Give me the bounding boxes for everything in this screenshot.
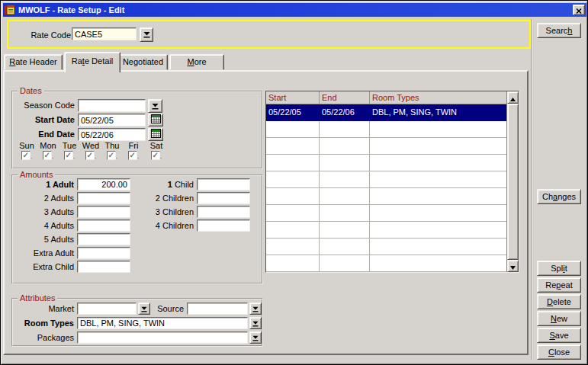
start-date-calendar-button[interactable] [148,114,163,126]
day-checkbox-sat[interactable]: ✓ [151,151,160,160]
amount-1-child-input[interactable] [197,178,250,191]
grid-empty-row[interactable] [266,222,519,239]
scroll-down-button[interactable] [507,260,519,272]
day-checkbox-wed[interactable]: ✓ [85,151,95,160]
amount-3-adults-input[interactable] [77,206,130,218]
new-button[interactable]: New [537,311,581,326]
start-date-input[interactable] [78,114,146,126]
amount-5-adults-input[interactable] [77,233,130,245]
scroll-up-icon [510,92,516,104]
day-checkbox-sun[interactable]: ✓ [21,151,31,160]
amount-2-children-input[interactable] [197,192,250,204]
grid-empty-row[interactable] [266,138,519,155]
repeat-button[interactable]: Repeat [537,277,581,293]
grid-empty-row[interactable] [266,255,519,272]
amounts-group-label: Amounts [18,170,55,179]
market-input[interactable] [77,303,137,315]
amount-extra-adult-label: Extra Adult [13,248,74,258]
rate-code-lov-button[interactable] [140,27,153,42]
amount-4-adults-label: 4 Adults [13,221,74,230]
amount-1-adult-input[interactable] [77,178,130,191]
grid-empty-row[interactable] [266,188,519,205]
amount-5-adults-label: 5 Adults [13,235,74,244]
day-checkbox-tue[interactable]: ✓ [64,151,73,160]
grid-empty-row[interactable] [266,205,519,222]
amount-extra-child-input[interactable] [77,261,130,273]
amount-3-children-label: 3 Children [129,207,194,216]
lov-arrow-icon [252,318,259,329]
lov-arrow-icon [143,29,150,40]
dates-group: Dates Season Code Start Date End Date Su… [11,91,263,169]
scroll-up-button[interactable] [507,91,519,104]
rate-setup-window: MWOLF - Rate Setup - Edit Rate Code Rate… [0,0,588,365]
packages-input[interactable] [77,331,248,344]
day-checkbox-thu[interactable]: ✓ [107,151,116,160]
source-input[interactable] [187,303,248,315]
day-mon: Mon ✓. [37,141,59,160]
attributes-group-label: Attributes [18,293,57,303]
delete-button[interactable]: Delete [537,294,581,309]
split-button[interactable]: Split [537,261,581,276]
tab-rate-detail[interactable]: Rate Detail [64,52,120,72]
lov-arrow-icon [252,303,259,315]
grid-empty-row[interactable] [266,171,519,188]
save-button[interactable]: Save [537,328,581,343]
calendar-icon [151,129,161,140]
room-types-lov-button[interactable] [249,317,262,329]
rate-code-input[interactable] [72,27,137,40]
day-wed: Wed ✓. [80,141,101,160]
end-date-input[interactable] [78,128,146,141]
amount-2-children-label: 2 Children [129,194,194,203]
rate-periods-grid: Start End Room Types 05/22/05 05/22/06 D… [265,91,519,273]
amount-2-adults-label: 2 Adults [13,194,74,203]
season-code-label: Season Code [13,101,75,110]
amount-4-adults-input[interactable] [77,219,130,232]
amount-extra-adult-input[interactable] [77,247,130,259]
changes-button[interactable]: Changes [537,189,581,204]
tab-rate-header[interactable]: Rate Header [4,54,63,70]
rate-code-label: Rate Code [24,30,71,40]
close-window-button[interactable]: Close [537,344,581,360]
amount-4-children-input[interactable] [197,219,250,232]
grid-header-room-types: Room Types [370,91,507,104]
day-checkbox-fri[interactable]: ✓ [128,151,137,160]
packages-label: Packages [13,333,74,342]
amounts-group: Amounts 1 Adult 2 Adults 3 Adults 4 Adul… [11,174,263,284]
season-code-input[interactable] [78,99,146,112]
amount-4-children-label: 4 Children [129,221,194,230]
day-thu: Thu ✓. [101,141,123,160]
day-sat: Sat ✓. [146,141,167,160]
amount-3-adults-label: 3 Adults [13,207,74,216]
source-label: Source [153,304,184,313]
lov-arrow-icon [152,101,159,112]
day-fri: Fri ✓. [123,141,144,160]
tab-more[interactable]: More [169,54,224,70]
window-title: MWOLF - Rate Setup - Edit [18,5,124,14]
room-types-input[interactable] [77,317,248,329]
title-bar: MWOLF - Rate Setup - Edit [3,3,586,17]
scrollbar-thumb[interactable] [507,104,519,260]
grid-row-selected[interactable]: 05/22/05 05/22/06 DBL, PM, SING, TWIN [266,104,519,121]
market-lov-button[interactable] [138,303,150,315]
room-types-label: Room Types [13,319,74,328]
scroll-down-icon [510,261,516,272]
amount-2-adults-input[interactable] [77,192,130,204]
close-button[interactable] [573,5,585,15]
tab-negotiated[interactable]: Negotiated [118,54,168,70]
grid-empty-row[interactable] [266,121,519,138]
grid-empty-row[interactable] [266,239,519,255]
day-checkbox-mon[interactable]: ✓ [43,151,52,160]
end-date-calendar-button[interactable] [148,128,163,141]
packages-lov-button[interactable] [249,331,262,344]
grid-empty-row[interactable] [266,155,519,171]
source-lov-button[interactable] [249,303,262,315]
amount-3-children-input[interactable] [197,206,250,218]
grid-header: Start End Room Types [266,91,519,104]
grid-header-start: Start [266,91,320,104]
season-code-lov-button[interactable] [148,99,162,113]
lov-arrow-icon [141,303,147,315]
attributes-group: Attributes Market Source Room Types Pack… [11,298,263,347]
end-date-label: End Date [13,130,75,139]
search-button[interactable]: Search [537,23,581,38]
grid-scrollbar [506,91,519,272]
